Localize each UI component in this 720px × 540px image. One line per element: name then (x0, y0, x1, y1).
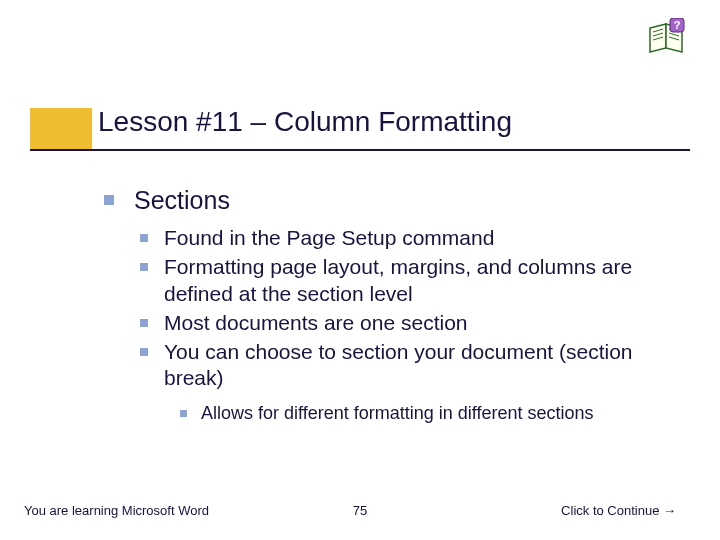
list-item: Allows for different formatting in diffe… (180, 402, 684, 425)
bullet-icon (140, 319, 148, 327)
section-heading: Sections (134, 185, 230, 215)
bullet-icon (140, 263, 148, 271)
title-accent-block (30, 108, 92, 150)
list-item: Formatting page layout, margins, and col… (140, 254, 684, 308)
footer: 75 You are learning Microsoft Word Click… (0, 503, 720, 518)
sub-bullet-text: Allows for different formatting in diffe… (201, 402, 594, 425)
slide-title: Lesson #11 – Column Formatting (98, 106, 678, 144)
list-item: Sections (104, 185, 684, 215)
content-area: Sections Found in the Page Setup command… (104, 185, 684, 426)
bullet-text: Most documents are one section (164, 310, 468, 337)
bullet-text: You can choose to section your document … (164, 339, 684, 393)
bullet-icon (180, 410, 187, 417)
list-item: You can choose to section your document … (140, 339, 684, 393)
list-item: Found in the Page Setup command (140, 225, 684, 252)
bullet-icon (140, 234, 148, 242)
help-book-icon: ? (646, 18, 690, 58)
bullet-text: Found in the Page Setup command (164, 225, 494, 252)
list-item: Most documents are one section (140, 310, 684, 337)
bullet-text: Formatting page layout, margins, and col… (164, 254, 684, 308)
title-underline (30, 149, 690, 151)
bullet-icon (104, 195, 114, 205)
continue-link[interactable]: Click to Continue → (561, 503, 676, 518)
svg-text:?: ? (674, 19, 681, 31)
bullet-icon (140, 348, 148, 356)
